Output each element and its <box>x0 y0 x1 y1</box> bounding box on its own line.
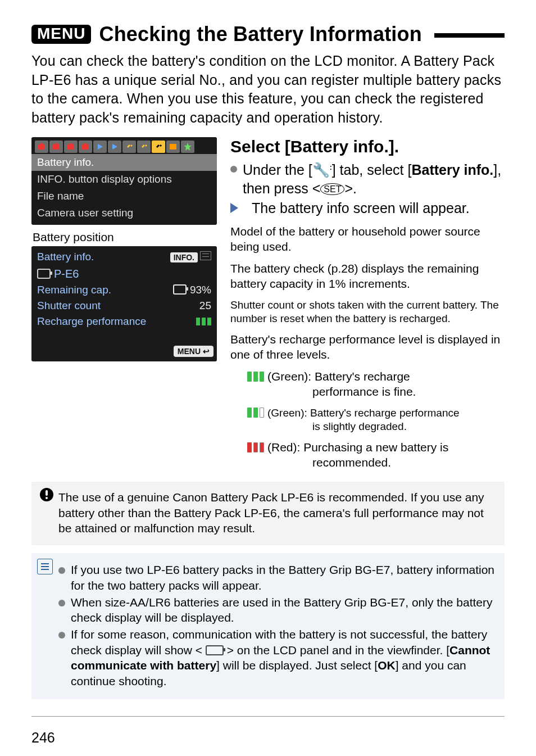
menu-item-file-name: File name <box>31 188 217 205</box>
menu-badge: MENU <box>31 25 91 44</box>
shutter-count-value: 25 <box>199 300 211 312</box>
page-title: Checking the Battery Information <box>99 22 421 46</box>
svg-point-14 <box>46 497 48 499</box>
set-button-icon: SET <box>320 183 344 195</box>
wrench-icon: 🔧: <box>312 161 332 179</box>
page-heading-row: MENU Checking the Battery Information <box>31 22 505 46</box>
level-fine: (Green): Battery's recharge performance … <box>247 369 505 400</box>
battery-position-caption: Battery position <box>33 230 217 244</box>
tab-shoot-2 <box>49 141 63 153</box>
bullet-dot-icon <box>58 632 65 639</box>
annotation-remaining: The battery check (p.28) displays the re… <box>230 261 505 292</box>
svg-rect-2 <box>53 144 60 150</box>
battery-icon <box>37 269 51 279</box>
tab-shoot-1 <box>35 141 48 153</box>
annotation-shutter: Shutter count or shots taken with the cu… <box>230 298 505 326</box>
battery-info-title: Battery info. <box>37 251 94 263</box>
svg-marker-11 <box>184 143 192 151</box>
bullet-dot-icon <box>58 600 65 606</box>
remaining-cap-label: Remaining cap. <box>37 284 111 296</box>
recharge-perf-label: Recharge performance <box>37 315 146 328</box>
warning-note: The use of a genuine Canon Battery Pack … <box>31 482 505 545</box>
page-number: 246 <box>31 730 55 746</box>
result-triangle-icon <box>230 203 246 213</box>
tab-setup-2 <box>137 141 151 153</box>
annotation-recharge-intro: Battery's recharge performance level is … <box>230 332 505 363</box>
annotation-model: Model of the battery or household power … <box>230 224 505 255</box>
note-icon <box>37 559 53 574</box>
list-icon <box>200 251 211 260</box>
svg-rect-0 <box>38 144 45 150</box>
step-bullet-1: Under the [🔧:] tab, select [Battery info… <box>230 161 505 198</box>
bullet-dot-icon <box>230 166 237 173</box>
bullet-dot-icon <box>58 567 65 574</box>
warning-icon <box>39 487 54 502</box>
svg-rect-5 <box>69 143 72 145</box>
tab-custom <box>166 141 180 153</box>
battery-outline-icon <box>206 645 224 655</box>
battery-info-screenshot: Battery info. INFO. P-E6 Remaining cap.9… <box>31 246 217 361</box>
tab-setup-3-selected <box>152 141 165 153</box>
menu-back-label: MENU ↩ <box>174 346 214 357</box>
menu-item-battery-info: Battery info. <box>31 154 217 171</box>
menu-screenshot: Battery info. INFO. button display optio… <box>31 137 217 225</box>
info-button-label: INFO. <box>170 252 198 262</box>
tab-setup-1 <box>122 141 136 153</box>
battery-level-icon <box>173 284 187 295</box>
level-2-bars-icon <box>247 408 264 418</box>
step-title: Select [Battery info.]. <box>230 137 505 156</box>
level-3-bars-icon <box>247 372 264 382</box>
svg-marker-9 <box>112 144 117 150</box>
svg-rect-10 <box>170 144 176 150</box>
level-red: (Red): Purchasing a new battery is recom… <box>247 440 505 470</box>
menu-item-info-button: INFO. button display options <box>31 171 217 188</box>
level-degraded: (Green): Battery's recharge performance … <box>247 406 505 434</box>
title-rule <box>434 33 505 38</box>
svg-rect-7 <box>84 143 87 145</box>
tab-shoot-3 <box>64 141 78 153</box>
svg-marker-8 <box>98 144 103 150</box>
tab-play-2 <box>108 141 121 153</box>
step-bullet-2: The battery info screen will appear. <box>230 199 505 218</box>
svg-rect-6 <box>82 144 89 150</box>
svg-rect-3 <box>54 143 58 145</box>
tab-mymenu <box>181 141 194 153</box>
battery-model: P-E6 <box>54 268 79 280</box>
shutter-count-label: Shutter count <box>37 300 101 312</box>
svg-rect-13 <box>46 490 48 496</box>
menu-item-camera-user: Camera user setting <box>31 205 217 221</box>
recharge-bars-icon <box>196 318 211 325</box>
svg-rect-4 <box>67 144 74 150</box>
tab-play-1 <box>93 141 107 153</box>
tips-note: If you use two LP-E6 battery packs in th… <box>31 553 505 699</box>
remaining-cap-value: 93% <box>190 284 211 296</box>
menu-tabs <box>31 137 217 154</box>
svg-rect-1 <box>40 143 43 145</box>
tab-shoot-4 <box>79 141 92 153</box>
intro-paragraph: You can check the battery's condition on… <box>31 52 505 127</box>
level-1-bar-red-icon <box>247 442 264 452</box>
